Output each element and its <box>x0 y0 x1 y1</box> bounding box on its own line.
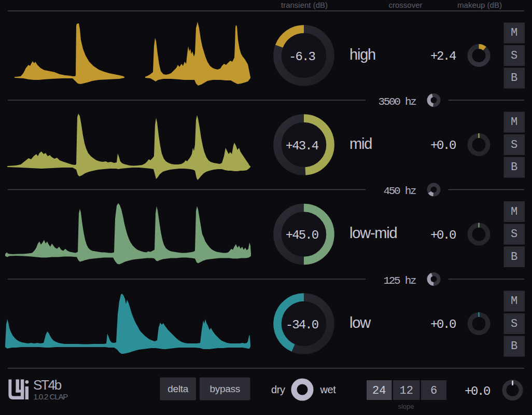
svg-text:M: M <box>511 205 517 218</box>
svg-text:M: M <box>511 26 517 39</box>
svg-text:slope: slope <box>398 403 414 410</box>
svg-text:wet: wet <box>320 384 337 395</box>
svg-text:low: low <box>349 314 371 331</box>
svg-text:B: B <box>511 72 517 85</box>
svg-text:+0.0: +0.0 <box>465 384 490 398</box>
svg-text:450 hz: 450 hz <box>384 185 416 197</box>
svg-text:6: 6 <box>430 384 437 397</box>
svg-text:+45.0: +45.0 <box>286 228 318 242</box>
svg-text:+0.0: +0.0 <box>430 228 456 242</box>
svg-text:low-mid: low-mid <box>349 225 397 241</box>
svg-text:B: B <box>511 340 517 353</box>
svg-text:-34.0: -34.0 <box>286 318 318 332</box>
svg-text:makeup (dB): makeup (dB) <box>457 1 502 9</box>
svg-text:high: high <box>349 46 375 63</box>
svg-text:S: S <box>511 317 517 330</box>
svg-text:S: S <box>511 228 517 241</box>
svg-text:crossover: crossover <box>388 1 422 9</box>
svg-text:B: B <box>511 161 517 174</box>
svg-text:24: 24 <box>372 384 386 397</box>
svg-text:delta: delta <box>167 383 188 394</box>
svg-text:B: B <box>511 251 517 264</box>
svg-text:ST4b: ST4b <box>33 377 62 393</box>
svg-text:S: S <box>511 49 517 62</box>
svg-text:mid: mid <box>349 135 372 152</box>
svg-text:12: 12 <box>400 384 413 397</box>
svg-text:bypass: bypass <box>209 383 240 394</box>
svg-text:3500 hz: 3500 hz <box>378 96 416 108</box>
svg-text:S: S <box>511 139 517 151</box>
svg-text:125 hz: 125 hz <box>384 275 416 287</box>
svg-text:M: M <box>511 116 517 129</box>
svg-text:+0.0: +0.0 <box>430 317 456 331</box>
svg-text:+0.0: +0.0 <box>430 139 456 153</box>
svg-text:+2.4: +2.4 <box>430 49 456 63</box>
svg-text:M: M <box>511 295 517 308</box>
svg-text:+43.4: +43.4 <box>286 139 319 153</box>
svg-text:dry: dry <box>271 384 285 395</box>
svg-text:1.0.2 CLAP: 1.0.2 CLAP <box>34 392 68 401</box>
svg-text:transient (dB): transient (dB) <box>281 1 328 9</box>
svg-text:-6.3: -6.3 <box>289 50 315 64</box>
